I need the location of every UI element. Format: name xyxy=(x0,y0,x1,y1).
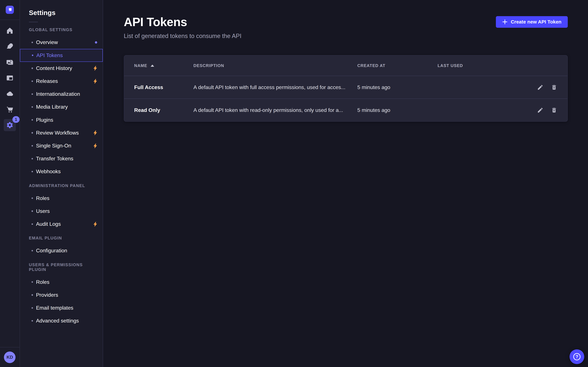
bullet-icon xyxy=(32,93,33,95)
sidebar-item-admin-roles[interactable]: Roles xyxy=(20,192,103,205)
column-header-name: NAME xyxy=(134,63,194,68)
sidebar-item-advanced-settings[interactable]: Advanced settings xyxy=(20,314,103,327)
sidebar-item-label: Users xyxy=(36,208,50,214)
sidebar-item-review-workflows[interactable]: Review Workflows xyxy=(20,126,103,139)
sidebar-item-label: Configuration xyxy=(36,248,67,254)
sidebar-item-webhooks[interactable]: Webhooks xyxy=(20,165,103,178)
sidebar-item-label: Internationalization xyxy=(36,91,80,97)
strapi-admin-app: 1 KD Settings GLOBAL SETTINGS Overview A… xyxy=(0,0,588,367)
sidebar-item-label: Plugins xyxy=(36,117,53,123)
bullet-icon xyxy=(32,223,33,225)
sort-ascending-icon[interactable] xyxy=(151,65,154,67)
bullet-icon xyxy=(32,281,33,283)
section-label: GLOBAL SETTINGS xyxy=(29,27,94,32)
content-manager-feather-icon[interactable] xyxy=(4,41,16,52)
settings-sidebar: Settings GLOBAL SETTINGS Overview API To… xyxy=(20,0,103,367)
home-icon[interactable] xyxy=(4,25,16,37)
row-actions xyxy=(523,107,557,113)
token-created-at: 5 minutes ago xyxy=(357,84,438,90)
token-name: Full Access xyxy=(134,84,194,90)
workspace-logo-box[interactable] xyxy=(0,0,20,20)
sidebar-item-label: Roles xyxy=(36,279,49,285)
page-title: API Tokens xyxy=(124,15,242,29)
token-description: A default API token with full access per… xyxy=(193,84,357,90)
flash-icon xyxy=(93,143,98,148)
edit-pencil-icon[interactable] xyxy=(537,84,543,91)
main-content: API Tokens List of generated tokens to c… xyxy=(103,0,588,367)
sidebar-title: Settings xyxy=(29,9,103,17)
sidebar-item-label: Transfer Tokens xyxy=(36,156,73,162)
sidebar-item-label: Single Sign-On xyxy=(36,143,71,149)
sidebar-item-label: Review Workflows xyxy=(36,130,79,136)
media-library-icon[interactable] xyxy=(4,56,16,68)
user-avatar[interactable]: KD xyxy=(4,351,16,363)
content-type-builder-icon[interactable] xyxy=(4,72,16,84)
section-administration-panel: ADMINISTRATION PANEL Roles Users Audit L… xyxy=(20,183,103,231)
section-label: USERS & PERMISSIONS PLUGIN xyxy=(29,262,94,272)
sidebar-item-media-library[interactable]: Media Library xyxy=(20,100,103,113)
sidebar-item-label: Content History xyxy=(36,65,72,71)
strapi-logo-icon xyxy=(6,6,14,14)
edit-pencil-icon[interactable] xyxy=(537,107,543,113)
rail-footer: KD xyxy=(0,347,20,367)
sidebar-item-overview[interactable]: Overview xyxy=(20,36,103,49)
sidebar-item-up-roles[interactable]: Roles xyxy=(20,276,103,289)
token-created-at: 5 minutes ago xyxy=(357,107,438,113)
create-api-token-button[interactable]: Create new API Token xyxy=(496,16,568,28)
sidebar-item-label: Email templates xyxy=(36,305,73,311)
sidebar-item-internationalization[interactable]: Internationalization xyxy=(20,88,103,100)
bullet-icon xyxy=(32,132,33,133)
bullet-icon xyxy=(32,119,33,121)
sidebar-item-admin-users[interactable]: Users xyxy=(20,205,103,217)
settings-gear-icon[interactable]: 1 xyxy=(4,119,16,131)
sidebar-item-api-tokens[interactable]: API Tokens xyxy=(20,49,103,62)
sidebar-item-transfer-tokens[interactable]: Transfer Tokens xyxy=(20,152,103,165)
marketplace-cart-icon[interactable] xyxy=(4,103,16,115)
sidebar-item-label: Providers xyxy=(36,292,58,298)
column-header-last-used: LAST USED xyxy=(438,63,523,68)
delete-trash-icon[interactable] xyxy=(551,84,557,91)
bullet-icon xyxy=(32,307,33,309)
sidebar-item-audit-logs[interactable]: Audit Logs xyxy=(20,217,103,231)
sidebar-item-label: API Tokens xyxy=(36,52,63,58)
table-row-read-only[interactable]: Read Only A default API token with read-… xyxy=(124,99,567,121)
table-row-full-access[interactable]: Full Access A default API token with ful… xyxy=(124,76,567,99)
sidebar-item-releases[interactable]: Releases xyxy=(20,75,103,88)
page-header: API Tokens List of generated tokens to c… xyxy=(124,15,568,40)
sidebar-item-email-templates[interactable]: Email templates xyxy=(20,301,103,314)
help-question-icon: ? xyxy=(573,353,580,360)
bullet-icon xyxy=(32,198,33,199)
sidebar-item-email-configuration[interactable]: Configuration xyxy=(20,244,103,257)
token-description: A default API token with read-only permi… xyxy=(193,107,357,113)
sidebar-item-label: Roles xyxy=(36,195,49,201)
flash-icon xyxy=(93,130,98,135)
table-header-row: NAME DESCRIPTION CREATED AT LAST USED xyxy=(124,55,567,76)
sidebar-item-label: Webhooks xyxy=(36,168,61,175)
sidebar-item-single-sign-on[interactable]: Single Sign-On xyxy=(20,139,103,152)
bullet-icon xyxy=(32,250,33,251)
bullet-icon xyxy=(32,106,33,108)
sidebar-item-plugins[interactable]: Plugins xyxy=(20,114,103,126)
bullet-icon xyxy=(32,55,33,56)
plus-icon xyxy=(502,19,508,25)
sidebar-item-content-history[interactable]: Content History xyxy=(20,62,103,75)
bullet-icon xyxy=(32,320,33,322)
section-email-plugin: EMAIL PLUGIN Configuration xyxy=(20,236,103,257)
bullet-icon xyxy=(32,67,33,69)
bullet-icon xyxy=(32,294,33,296)
section-label: EMAIL PLUGIN xyxy=(29,236,94,241)
delete-trash-icon[interactable] xyxy=(551,107,557,113)
sidebar-item-label: Overview xyxy=(36,39,58,45)
cloud-icon[interactable] xyxy=(4,88,16,100)
row-actions xyxy=(523,84,557,91)
flash-icon xyxy=(93,66,98,71)
section-global-settings: GLOBAL SETTINGS Overview API Tokens Cont… xyxy=(20,27,103,178)
flash-icon xyxy=(93,222,98,227)
bullet-icon xyxy=(32,158,33,159)
bullet-icon xyxy=(32,80,33,82)
settings-notification-badge: 1 xyxy=(12,116,20,123)
section-users-permissions-plugin: USERS & PERMISSIONS PLUGIN Roles Provide… xyxy=(20,262,103,327)
sidebar-item-providers[interactable]: Providers xyxy=(20,289,103,301)
page-subtitle: List of generated tokens to consume the … xyxy=(124,33,242,40)
help-button[interactable]: ? xyxy=(570,349,584,364)
